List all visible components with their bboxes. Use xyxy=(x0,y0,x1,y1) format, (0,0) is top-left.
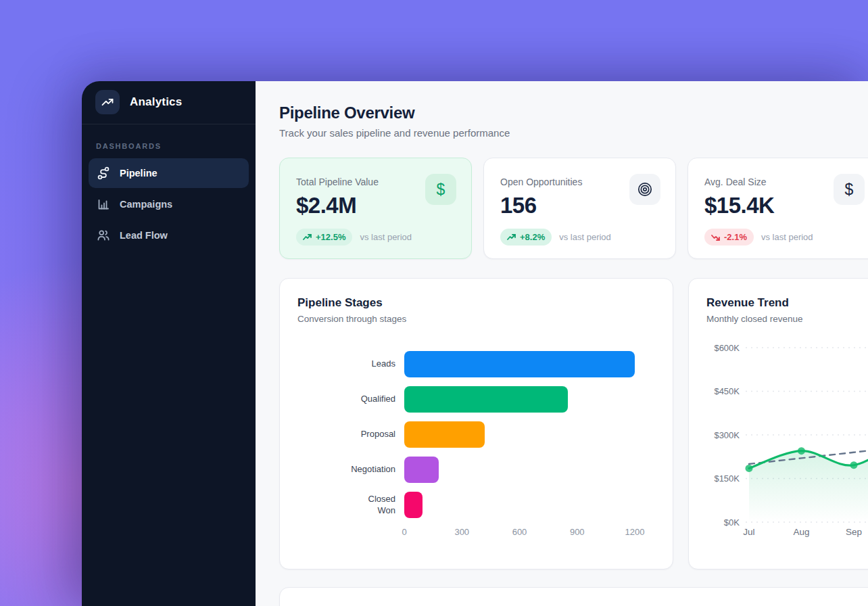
sidebar-nav: Pipeline Campaigns Lead Flow xyxy=(82,158,256,252)
x-axis-tick: 1200 xyxy=(625,527,645,537)
data-point xyxy=(798,447,805,454)
bar-chart-icon xyxy=(97,197,110,211)
bar-track xyxy=(404,457,635,483)
data-point xyxy=(746,465,753,472)
stat-trend-row: +12.5% vs last period xyxy=(296,229,455,246)
bar xyxy=(404,492,423,518)
target-icon xyxy=(629,174,660,205)
y-axis-tick: $450K xyxy=(714,386,740,396)
x-axis-tick: 300 xyxy=(454,527,469,537)
compare-label: vs last period xyxy=(360,232,412,242)
bar-track xyxy=(404,351,635,377)
x-axis-tick: 0 xyxy=(402,527,406,537)
change-value: -2.1% xyxy=(724,232,747,242)
stat-card-avg-deal-size: Avg. Deal Size $15.4K $ -2.1% vs last pe… xyxy=(688,158,868,259)
users-icon xyxy=(97,229,110,242)
bottom-card xyxy=(279,587,868,606)
chart-subtitle: Conversion through stages xyxy=(297,314,655,324)
trending-up-icon xyxy=(303,233,312,241)
y-axis-tick: $0K xyxy=(724,517,740,528)
dollar-icon: $ xyxy=(425,174,456,205)
sidebar-item-label: Lead Flow xyxy=(120,230,168,241)
bar-category-label: Proposal xyxy=(297,429,404,440)
chart-title: Revenue Trend xyxy=(706,296,868,310)
bar-row: Closed Won xyxy=(297,492,655,518)
bar xyxy=(404,386,568,413)
bar xyxy=(404,421,485,448)
page-subtitle: Track your sales pipeline and revenue pe… xyxy=(279,127,868,139)
bar-category-label: Leads xyxy=(297,358,404,370)
revenue-trend-card: Revenue Trend Monthly closed revenue $60… xyxy=(688,278,868,569)
bar-track xyxy=(404,386,635,413)
data-point xyxy=(850,461,858,469)
app-window: Analytics DASHBOARDS Pipeline Campaigns xyxy=(82,81,868,606)
bar-category-label: Negotiation xyxy=(297,464,404,475)
x-axis-tick: 900 xyxy=(570,527,585,537)
pipeline-stages-card: Pipeline Stages Conversion through stage… xyxy=(279,278,673,569)
compare-label: vs last period xyxy=(559,232,611,242)
stat-card-open-opportunities: Open Opportunities 156 +8.2% vs last per… xyxy=(483,158,676,259)
bar xyxy=(404,351,635,377)
stat-trend-row: -2.1% vs last period xyxy=(704,229,863,246)
app-logo: Analytics xyxy=(82,81,256,124)
change-badge: -2.1% xyxy=(704,229,754,246)
bar-track xyxy=(404,421,635,448)
sidebar-item-label: Pipeline xyxy=(120,168,158,179)
change-badge: +8.2% xyxy=(500,229,552,246)
x-axis: 03006009001200 xyxy=(404,527,635,539)
change-value: +12.5% xyxy=(316,232,345,242)
trending-up-icon xyxy=(507,233,516,241)
compare-label: vs last period xyxy=(761,232,813,242)
stat-trend-row: +8.2% vs last period xyxy=(500,229,659,246)
sidebar-item-campaigns[interactable]: Campaigns xyxy=(89,189,249,219)
bar-category-label: Closed Won xyxy=(297,494,404,517)
chart-title: Pipeline Stages xyxy=(297,296,655,310)
bar-track xyxy=(404,492,635,518)
trending-down-icon xyxy=(711,233,720,241)
sidebar-item-pipeline[interactable]: Pipeline xyxy=(89,158,249,188)
brand-name: Analytics xyxy=(130,95,182,109)
y-axis-tick: $150K xyxy=(714,473,740,484)
bar-row: Qualified xyxy=(297,386,655,413)
x-axis-tick: Aug xyxy=(793,527,809,537)
stat-cards-row: Total Pipeline Value $2.4M $ +12.5% vs l… xyxy=(279,158,868,259)
bar-row: Proposal xyxy=(297,421,655,448)
change-value: +8.2% xyxy=(520,232,545,242)
main-content: Pipeline Overview Track your sales pipel… xyxy=(256,81,868,606)
dollar-icon: $ xyxy=(834,174,865,205)
sidebar: Analytics DASHBOARDS Pipeline Campaigns xyxy=(82,81,256,606)
sidebar-section-label: DASHBOARDS xyxy=(82,124,256,158)
sidebar-item-label: Campaigns xyxy=(120,199,172,210)
trending-up-icon xyxy=(95,90,120,114)
x-axis-tick: 600 xyxy=(512,527,527,537)
horizontal-bar-chart: LeadsQualifiedProposalNegotiationClosed … xyxy=(297,351,655,539)
y-axis-tick: $300K xyxy=(714,430,740,440)
bar-category-label: Qualified xyxy=(297,394,404,405)
sidebar-item-lead-flow[interactable]: Lead Flow xyxy=(89,220,249,250)
route-icon xyxy=(97,166,110,180)
charts-row: Pipeline Stages Conversion through stage… xyxy=(279,278,868,569)
bar-row: Negotiation xyxy=(297,457,655,483)
x-axis-tick: Jul xyxy=(743,527,754,537)
x-axis-tick: Sep xyxy=(846,527,862,537)
y-axis-tick: $600K xyxy=(714,343,740,353)
page-title: Pipeline Overview xyxy=(279,103,868,122)
stat-card-total-pipeline-value: Total Pipeline Value $2.4M $ +12.5% vs l… xyxy=(279,158,472,259)
change-badge: +12.5% xyxy=(296,229,352,246)
bar xyxy=(404,457,439,483)
bar-row: Leads xyxy=(297,351,655,377)
chart-subtitle: Monthly closed revenue xyxy=(706,314,868,324)
line-chart: $600K$450K$300K$150K$0KJulAugSep xyxy=(689,335,868,548)
area-fill xyxy=(749,435,868,522)
